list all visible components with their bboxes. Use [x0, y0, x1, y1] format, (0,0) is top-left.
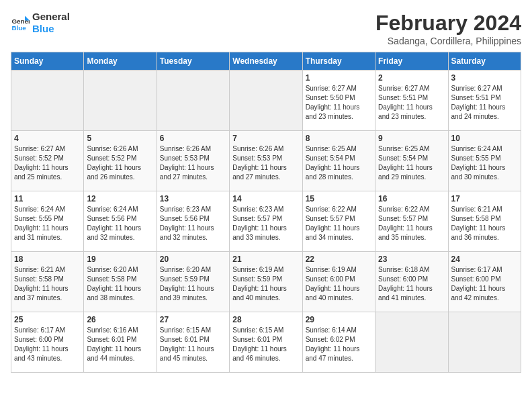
day-number: 26	[87, 315, 153, 324]
logo-line2: Blue	[32, 23, 70, 35]
day-number: 6	[160, 134, 226, 143]
svg-text:Blue: Blue	[11, 24, 26, 32]
calendar-week-2: 11Sunrise: 6:24 AM Sunset: 5:55 PM Dayli…	[11, 191, 521, 252]
calendar-cell: 19Sunrise: 6:20 AM Sunset: 5:58 PM Dayli…	[84, 252, 157, 312]
calendar-cell: 28Sunrise: 6:15 AM Sunset: 6:01 PM Dayli…	[230, 312, 302, 373]
day-number: 27	[160, 315, 226, 324]
day-info: Sunrise: 6:27 AM Sunset: 5:50 PM Dayligh…	[306, 84, 372, 122]
day-number: 15	[306, 194, 372, 203]
calendar-cell: 14Sunrise: 6:23 AM Sunset: 5:57 PM Dayli…	[230, 191, 302, 252]
day-info: Sunrise: 6:15 AM Sunset: 6:01 PM Dayligh…	[160, 326, 226, 363]
calendar-cell: 24Sunrise: 6:17 AM Sunset: 6:00 PM Dayli…	[448, 252, 521, 312]
day-number: 25	[14, 315, 81, 324]
calendar-cell: 10Sunrise: 6:24 AM Sunset: 5:55 PM Dayli…	[448, 131, 521, 191]
day-number: 3	[451, 73, 518, 83]
calendar-cell: 29Sunrise: 6:14 AM Sunset: 6:02 PM Dayli…	[302, 312, 375, 373]
logo-icon: General Blue	[11, 13, 30, 32]
calendar-cell	[448, 312, 521, 373]
calendar-cell: 4Sunrise: 6:27 AM Sunset: 5:52 PM Daylig…	[11, 131, 84, 191]
day-info: Sunrise: 6:23 AM Sunset: 5:57 PM Dayligh…	[232, 205, 299, 242]
calendar-cell	[84, 71, 157, 131]
day-header-wednesday: Wednesday	[230, 52, 302, 71]
calendar-cell: 8Sunrise: 6:25 AM Sunset: 5:54 PM Daylig…	[302, 131, 375, 191]
day-info: Sunrise: 6:27 AM Sunset: 5:51 PM Dayligh…	[378, 84, 445, 122]
calendar-week-3: 18Sunrise: 6:21 AM Sunset: 5:58 PM Dayli…	[11, 252, 521, 312]
calendar-cell: 26Sunrise: 6:16 AM Sunset: 6:01 PM Dayli…	[84, 312, 157, 373]
day-info: Sunrise: 6:22 AM Sunset: 5:57 PM Dayligh…	[306, 205, 372, 242]
day-number: 12	[87, 194, 153, 203]
calendar-cell: 13Sunrise: 6:23 AM Sunset: 5:56 PM Dayli…	[157, 191, 229, 252]
day-number: 14	[232, 194, 299, 203]
day-number: 4	[14, 134, 81, 143]
day-header-sunday: Sunday	[11, 52, 84, 71]
day-number: 13	[160, 194, 226, 203]
calendar-cell: 1Sunrise: 6:27 AM Sunset: 5:50 PM Daylig…	[302, 71, 375, 131]
subtitle: Sadanga, Cordillera, Philippines	[375, 36, 521, 46]
day-number: 23	[378, 255, 445, 264]
day-info: Sunrise: 6:24 AM Sunset: 5:55 PM Dayligh…	[451, 144, 518, 182]
day-info: Sunrise: 6:21 AM Sunset: 5:58 PM Dayligh…	[451, 205, 518, 242]
calendar-cell: 3Sunrise: 6:27 AM Sunset: 5:51 PM Daylig…	[448, 71, 521, 131]
calendar-header-row: SundayMondayTuesdayWednesdayThursdayFrid…	[11, 52, 521, 71]
day-info: Sunrise: 6:17 AM Sunset: 6:00 PM Dayligh…	[14, 326, 81, 363]
day-number: 20	[160, 255, 226, 264]
calendar-cell: 21Sunrise: 6:19 AM Sunset: 5:59 PM Dayli…	[230, 252, 302, 312]
day-number: 2	[378, 73, 445, 83]
calendar-cell: 5Sunrise: 6:26 AM Sunset: 5:52 PM Daylig…	[84, 131, 157, 191]
calendar-cell: 12Sunrise: 6:24 AM Sunset: 5:56 PM Dayli…	[84, 191, 157, 252]
calendar-cell: 20Sunrise: 6:20 AM Sunset: 5:59 PM Dayli…	[157, 252, 229, 312]
day-header-thursday: Thursday	[302, 52, 375, 71]
day-number: 1	[306, 73, 372, 83]
calendar-week-1: 4Sunrise: 6:27 AM Sunset: 5:52 PM Daylig…	[11, 131, 521, 191]
day-info: Sunrise: 6:22 AM Sunset: 5:57 PM Dayligh…	[378, 205, 445, 242]
day-number: 11	[14, 194, 81, 203]
day-number: 18	[14, 255, 81, 264]
calendar-cell: 22Sunrise: 6:19 AM Sunset: 6:00 PM Dayli…	[302, 252, 375, 312]
day-info: Sunrise: 6:15 AM Sunset: 6:01 PM Dayligh…	[232, 326, 299, 363]
day-info: Sunrise: 6:24 AM Sunset: 5:56 PM Dayligh…	[87, 205, 153, 242]
day-number: 16	[378, 194, 445, 203]
day-header-friday: Friday	[375, 52, 448, 71]
day-info: Sunrise: 6:19 AM Sunset: 5:59 PM Dayligh…	[232, 265, 299, 303]
day-info: Sunrise: 6:18 AM Sunset: 6:00 PM Dayligh…	[378, 265, 445, 303]
day-number: 9	[378, 134, 445, 143]
day-info: Sunrise: 6:26 AM Sunset: 5:53 PM Dayligh…	[160, 144, 226, 182]
day-info: Sunrise: 6:20 AM Sunset: 5:58 PM Dayligh…	[87, 265, 153, 303]
day-info: Sunrise: 6:26 AM Sunset: 5:52 PM Dayligh…	[87, 144, 153, 182]
calendar-cell	[230, 71, 302, 131]
day-number: 8	[306, 134, 372, 143]
day-info: Sunrise: 6:24 AM Sunset: 5:55 PM Dayligh…	[14, 205, 81, 242]
logo: General Blue General Blue	[11, 11, 70, 35]
day-number: 17	[451, 194, 518, 203]
calendar-cell: 11Sunrise: 6:24 AM Sunset: 5:55 PM Dayli…	[11, 191, 84, 252]
calendar-cell	[375, 312, 448, 373]
day-header-monday: Monday	[84, 52, 157, 71]
title-area: February 2024 Sadanga, Cordillera, Phili…	[375, 11, 521, 46]
calendar-cell: 27Sunrise: 6:15 AM Sunset: 6:01 PM Dayli…	[157, 312, 229, 373]
day-info: Sunrise: 6:27 AM Sunset: 5:51 PM Dayligh…	[451, 84, 518, 122]
logo-line1: General	[32, 11, 70, 23]
day-info: Sunrise: 6:20 AM Sunset: 5:59 PM Dayligh…	[160, 265, 226, 303]
day-info: Sunrise: 6:14 AM Sunset: 6:02 PM Dayligh…	[306, 326, 372, 363]
calendar-table: SundayMondayTuesdayWednesdayThursdayFrid…	[11, 52, 521, 373]
day-info: Sunrise: 6:19 AM Sunset: 6:00 PM Dayligh…	[306, 265, 372, 303]
calendar-cell: 9Sunrise: 6:25 AM Sunset: 5:54 PM Daylig…	[375, 131, 448, 191]
day-info: Sunrise: 6:27 AM Sunset: 5:52 PM Dayligh…	[14, 144, 81, 182]
day-info: Sunrise: 6:26 AM Sunset: 5:53 PM Dayligh…	[232, 144, 299, 182]
calendar-week-4: 25Sunrise: 6:17 AM Sunset: 6:00 PM Dayli…	[11, 312, 521, 373]
calendar-cell: 25Sunrise: 6:17 AM Sunset: 6:00 PM Dayli…	[11, 312, 84, 373]
day-number: 19	[87, 255, 153, 264]
calendar-cell: 17Sunrise: 6:21 AM Sunset: 5:58 PM Dayli…	[448, 191, 521, 252]
main-title: February 2024	[375, 11, 521, 36]
day-number: 5	[87, 134, 153, 143]
calendar-cell: 7Sunrise: 6:26 AM Sunset: 5:53 PM Daylig…	[230, 131, 302, 191]
calendar-cell: 15Sunrise: 6:22 AM Sunset: 5:57 PM Dayli…	[302, 191, 375, 252]
calendar-cell	[157, 71, 229, 131]
day-number: 24	[451, 255, 518, 264]
day-info: Sunrise: 6:17 AM Sunset: 6:00 PM Dayligh…	[451, 265, 518, 303]
calendar-cell: 23Sunrise: 6:18 AM Sunset: 6:00 PM Dayli…	[375, 252, 448, 312]
calendar-cell: 18Sunrise: 6:21 AM Sunset: 5:58 PM Dayli…	[11, 252, 84, 312]
day-number: 7	[232, 134, 299, 143]
day-header-saturday: Saturday	[448, 52, 521, 71]
header: General Blue General Blue February 2024 …	[11, 11, 521, 46]
